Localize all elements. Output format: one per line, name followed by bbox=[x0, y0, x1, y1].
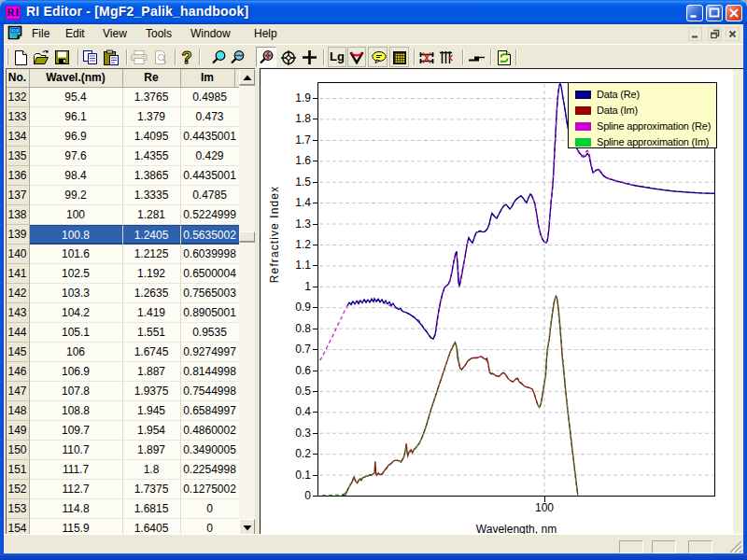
svg-text:?: ? bbox=[182, 49, 192, 66]
